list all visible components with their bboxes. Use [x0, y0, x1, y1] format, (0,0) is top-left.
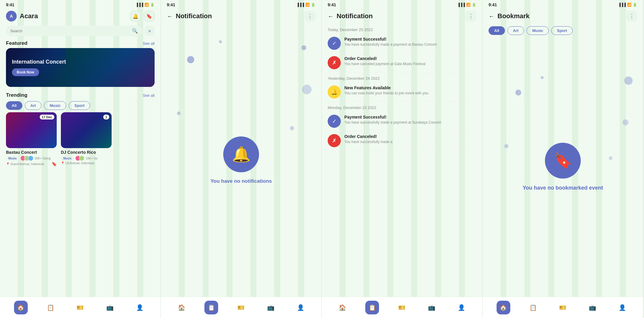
more-button-nl[interactable]: ⋮	[466, 11, 476, 21]
nav-home[interactable]: 🏠	[14, 301, 28, 314]
nav-browse[interactable]: 📋	[44, 301, 57, 314]
notification-empty-state: 🔔 You have no notifications	[161, 24, 321, 297]
notif-icon-2: ✗	[328, 56, 341, 69]
notif-icon-4: ✓	[328, 115, 341, 128]
bottom-nav-home: 🏠 📋 🎫 📺 👤	[0, 297, 161, 318]
search-input-wrap[interactable]: 🔍	[6, 26, 142, 36]
svg-point-8	[504, 144, 509, 148]
search-input[interactable]	[10, 29, 130, 33]
bookmark-empty-state: 🔖 You have no bookmarked event	[483, 37, 643, 297]
trending-section-header: Trending See all	[0, 90, 161, 100]
event-cards-row: 17 Dec Bastau Concert Music 20K+ Going 📍…	[0, 112, 161, 166]
bell-icon: 🔔	[133, 13, 138, 19]
back-button-ne[interactable]: ←	[167, 13, 173, 20]
svg-point-5	[290, 126, 294, 130]
bookmark-chip-all[interactable]: All	[489, 26, 505, 35]
more-button-ne[interactable]: ⋮	[305, 11, 315, 21]
event-card-bastau[interactable]: 17 Dec Bastau Concert Music 20K+ Going 📍…	[6, 112, 57, 166]
back-button-bm[interactable]: ←	[489, 13, 494, 20]
location-text-2: LA Avenue, Indonesia	[65, 162, 94, 165]
nav-home-nl[interactable]: 🏠	[336, 301, 349, 314]
notif-desc-5: You have successfully made a	[344, 139, 476, 145]
chip-all[interactable]: All	[6, 101, 22, 110]
bookmark-empty-icon: 🔖	[545, 143, 581, 179]
nav-ticket-nl[interactable]: 🎫	[395, 301, 409, 314]
notif-icon-1: ✓	[328, 37, 341, 50]
event-card-dj[interactable]: 1 DJ Concerto Rico Music 18K+ Go 📍 LA Av…	[61, 112, 112, 166]
nav-browse-ne[interactable]: 📋	[204, 301, 218, 314]
status-icons-ne: ▐▐▐ 📶 🔋	[296, 3, 315, 7]
nav-profile-ne[interactable]: 👤	[294, 301, 307, 314]
bookmark-chip-sport[interactable]: Sport	[551, 26, 573, 35]
filter-button[interactable]: ≡	[144, 26, 155, 36]
notif-item-4[interactable]: ✓ Payment Successful! You have successfu…	[328, 112, 476, 131]
notif-item-1[interactable]: ✓ Payment Successful! You have successfu…	[328, 34, 476, 53]
event-date-1: 17 Dec	[40, 115, 54, 119]
nav-ticket-bm[interactable]: 🎫	[556, 301, 570, 314]
battery-icon-ne: 🔋	[311, 3, 315, 7]
notif-content-2: Order Canceled! You have canceled paymen…	[344, 56, 476, 67]
notification-list: Today, December 25 2022 ✓ Payment Succes…	[322, 24, 482, 297]
bookmark-small-icon-1[interactable]: 🔖	[52, 162, 57, 166]
svg-point-6	[515, 90, 521, 96]
notif-item-5[interactable]: ✗ Order Canceled! You have successfully …	[328, 131, 476, 150]
event-tag-1: Music	[6, 156, 19, 161]
bookmark-chip-art[interactable]: Art	[507, 26, 524, 35]
wifi-icon-bm: 📶	[627, 3, 631, 7]
featured-card-title: International Concert	[12, 59, 149, 65]
mini-avatar-3	[28, 156, 33, 161]
nav-ticket-ne[interactable]: 🎫	[234, 301, 248, 314]
bookmark-empty-message: You have no bookmarked event	[523, 185, 603, 191]
nav-watch-ne[interactable]: 📺	[264, 301, 278, 314]
status-icons-bm: ▐▐▐ 📶 🔋	[618, 3, 637, 7]
signal-icon-bm: ▐▐▐	[618, 3, 626, 7]
featured-see-all[interactable]: See all	[143, 41, 155, 46]
nav-profile-nl[interactable]: 👤	[455, 301, 468, 314]
notif-header-empty: ← Notification ⋮	[161, 8, 321, 24]
empty-notification-message: You have no notifications	[210, 178, 272, 184]
nav-profile[interactable]: 👤	[133, 301, 147, 314]
featured-card[interactable]: International Concert Book Now	[6, 48, 155, 87]
nav-browse-bm[interactable]: 📋	[526, 301, 540, 314]
location-pin-icon-1: 📍	[6, 162, 10, 166]
bell-button[interactable]: 🔔	[130, 11, 141, 21]
nav-watch[interactable]: 📺	[103, 301, 117, 314]
bottom-nav-nl: 🏠 📋 🎫 📺 👤	[322, 297, 482, 318]
avatars-1	[20, 156, 33, 161]
event-tag-2: Music	[61, 156, 74, 161]
book-now-button[interactable]: Book Now	[12, 68, 39, 76]
going-count-2: 18K+ Go	[86, 157, 98, 160]
nav-browse-nl[interactable]: 📋	[365, 301, 379, 314]
nav-watch-bm[interactable]: 📺	[586, 301, 600, 314]
bookmark-icon-large: 🔖	[554, 152, 572, 169]
notif-content-3: New Features Available You can now invit…	[344, 85, 476, 96]
notification-empty-screen: 9:41 ▐▐▐ 📶 🔋 ← Notification ⋮	[161, 0, 322, 318]
bookmark-chip-music[interactable]: Music	[526, 26, 549, 35]
notif-desc-2: You have canceled payment at Gala Music …	[344, 62, 476, 67]
nav-home-bm[interactable]: 🏠	[497, 301, 510, 314]
bookmark-button[interactable]: 🔖	[144, 11, 155, 21]
status-bar-notif-empty: 9:41 ▐▐▐ 📶 🔋	[161, 0, 321, 8]
back-button-nl[interactable]: ←	[328, 13, 334, 20]
notif-item-2[interactable]: ✗ Order Canceled! You have canceled paym…	[328, 53, 476, 73]
status-time-nl: 9:41	[328, 2, 336, 7]
chip-sport[interactable]: Sport	[69, 101, 90, 110]
status-bar-bookmark: 9:41 ▐▐▐ 📶 🔋	[483, 0, 643, 8]
svg-point-10	[541, 76, 544, 79]
nav-ticket[interactable]: 🎫	[73, 301, 87, 314]
search-icon: 🔍	[132, 28, 138, 34]
trending-see-all[interactable]: See all	[143, 93, 155, 98]
nav-watch-nl[interactable]: 📺	[425, 301, 439, 314]
status-bar-notif-list: 9:41 ▐▐▐ 📶 🔋	[322, 0, 482, 8]
notif-item-3[interactable]: 🔔 New Features Available You can now inv…	[328, 82, 476, 102]
signal-icon-ne: ▐▐▐	[296, 3, 304, 7]
nav-profile-bm[interactable]: 👤	[615, 301, 629, 314]
featured-section-header: Featured See all	[0, 38, 161, 48]
notification-title-empty: Notification	[176, 12, 302, 20]
trending-filters: All Art Music Sport	[0, 100, 161, 112]
chip-music[interactable]: Music	[44, 101, 66, 110]
chip-art[interactable]: Art	[25, 101, 42, 110]
nav-home-ne[interactable]: 🏠	[175, 301, 189, 314]
more-button-bm[interactable]: ⋮	[626, 11, 637, 21]
status-icons-home: ▐▐▐ 📶 🔋	[135, 3, 155, 7]
